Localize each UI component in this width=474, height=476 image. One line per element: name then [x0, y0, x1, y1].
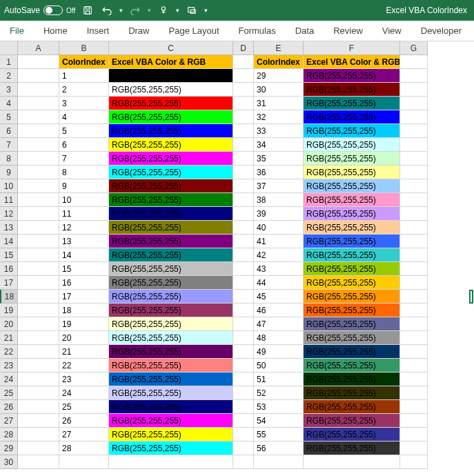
cell-d17[interactable] [233, 276, 254, 290]
cell-b28[interactable]: 27 [59, 428, 109, 442]
cell-e18[interactable]: 45 [254, 290, 304, 304]
cell-e29[interactable]: 56 [254, 442, 304, 455]
cell-d10[interactable] [233, 179, 254, 193]
cell-a10[interactable] [18, 179, 59, 193]
column-header-F[interactable]: F [304, 41, 400, 55]
cell-c25[interactable]: RGB(255,255,255) [109, 386, 233, 400]
cell-c26[interactable]: RGB(255,255,255) [109, 400, 233, 414]
chevron-down-icon[interactable]: ▾ [176, 7, 179, 14]
cell-f16[interactable]: RGB(255,255,255) [304, 262, 400, 276]
cell-f19[interactable]: RGB(255,255,255) [304, 304, 400, 317]
cell-c28[interactable]: RGB(255,255,255) [109, 428, 233, 442]
cell-b18[interactable]: 17 [59, 290, 109, 304]
cell-b22[interactable]: 21 [59, 345, 109, 359]
row-header-29[interactable]: 29 [0, 442, 18, 455]
cell-f13[interactable]: RGB(255,255,255) [304, 221, 400, 235]
cell-d22[interactable] [233, 345, 254, 359]
cell-a2[interactable] [18, 69, 59, 83]
ribbon-tab-page-layout[interactable]: Page Layout [159, 21, 229, 41]
redo-icon[interactable] [128, 3, 142, 17]
cell-g15[interactable] [400, 248, 428, 262]
cell-g9[interactable] [400, 166, 428, 179]
cell-f28[interactable]: RGB(255,255,255) [304, 428, 400, 442]
cell-f10[interactable]: RGB(255,255,255) [304, 179, 400, 193]
cell-c21[interactable]: RGB(255,255,255) [109, 331, 233, 345]
cell-a21[interactable] [18, 331, 59, 345]
cell-e2[interactable]: 29 [254, 69, 304, 83]
ribbon-tab-file[interactable]: File [0, 21, 34, 41]
cell-d18[interactable] [233, 290, 254, 304]
cell-e14[interactable]: 41 [254, 235, 304, 248]
row-header-15[interactable]: 15 [0, 248, 18, 262]
cell-b1[interactable]: ColorIndex [59, 55, 109, 69]
cell-f20[interactable]: RGB(255,255,255) [304, 317, 400, 331]
ribbon-tab-home[interactable]: Home [34, 21, 77, 41]
row-header-4[interactable]: 4 [0, 97, 18, 110]
row-header-10[interactable]: 10 [0, 179, 18, 193]
cell-d28[interactable] [233, 428, 254, 442]
cell-e16[interactable]: 43 [254, 262, 304, 276]
cell-a7[interactable] [18, 138, 59, 152]
cell-e13[interactable]: 40 [254, 221, 304, 235]
ribbon-tab-data[interactable]: Data [286, 21, 324, 41]
row-header-13[interactable]: 13 [0, 221, 18, 235]
cell-a13[interactable] [18, 221, 59, 235]
row-header-14[interactable]: 14 [0, 235, 18, 248]
cell-c8[interactable]: RGB(255,255,255) [109, 152, 233, 166]
cell-d4[interactable] [233, 97, 254, 110]
cell-a9[interactable] [18, 166, 59, 179]
undo-icon[interactable] [100, 3, 114, 17]
cell-e27[interactable]: 54 [254, 414, 304, 428]
row-header-12[interactable]: 12 [0, 207, 18, 221]
cell-g7[interactable] [400, 138, 428, 152]
cell-a19[interactable] [18, 304, 59, 317]
cell-d29[interactable] [233, 442, 254, 455]
ribbon-tab-review[interactable]: Review [324, 21, 373, 41]
column-header-A[interactable]: A [18, 41, 59, 55]
cell-g10[interactable] [400, 179, 428, 193]
column-header-C[interactable]: C [109, 41, 233, 55]
row-header-7[interactable]: 7 [0, 138, 18, 152]
cell-a23[interactable] [18, 359, 59, 373]
cell-d6[interactable] [233, 124, 254, 138]
cell-e20[interactable]: 47 [254, 317, 304, 331]
cell-a20[interactable] [18, 317, 59, 331]
cell-c14[interactable]: RGB(255,255,255) [109, 235, 233, 248]
cell-b12[interactable]: 11 [59, 207, 109, 221]
cell-g20[interactable] [400, 317, 428, 331]
cell-g29[interactable] [400, 442, 428, 455]
cell-b25[interactable]: 24 [59, 386, 109, 400]
row-header-5[interactable]: 5 [0, 110, 18, 124]
cell-e26[interactable]: 53 [254, 400, 304, 414]
cell-d3[interactable] [233, 83, 254, 97]
cell-c29[interactable]: RGB(255,255,255) [109, 442, 233, 455]
autosave-toggle[interactable]: AutoSave Off [4, 6, 75, 15]
cell-a26[interactable] [18, 400, 59, 414]
cell-f5[interactable]: RGB(255,255,255) [304, 110, 400, 124]
cell-d9[interactable] [233, 166, 254, 179]
cell-a5[interactable] [18, 110, 59, 124]
cell-d27[interactable] [233, 414, 254, 428]
cell-e9[interactable]: 36 [254, 166, 304, 179]
cell-b29[interactable]: 28 [59, 442, 109, 455]
cell-e8[interactable]: 35 [254, 152, 304, 166]
cell-g3[interactable] [400, 83, 428, 97]
cell-d1[interactable] [233, 55, 254, 69]
cell-a14[interactable] [18, 235, 59, 248]
cell-c18[interactable]: RGB(255,255,255) [109, 290, 233, 304]
chevron-down-icon[interactable]: ▾ [119, 7, 123, 14]
cell-b17[interactable]: 16 [59, 276, 109, 290]
row-header-2[interactable]: 2 [0, 69, 18, 83]
column-header-G[interactable]: G [400, 41, 428, 55]
cell-c20[interactable]: RGB(255,255,255) [109, 317, 233, 331]
cell-c22[interactable]: RGB(255,255,255) [109, 345, 233, 359]
cell-b4[interactable]: 3 [59, 97, 109, 110]
row-header-25[interactable]: 25 [0, 386, 18, 400]
cell-g21[interactable] [400, 331, 428, 345]
cell-b14[interactable]: 13 [59, 235, 109, 248]
row-header-17[interactable]: 17 [0, 276, 18, 290]
cell-f4[interactable]: RGB(255,255,255) [304, 97, 400, 110]
cell-g19[interactable] [400, 304, 428, 317]
ribbon-tab-insert[interactable]: Insert [77, 21, 119, 41]
cell-f3[interactable]: RGB(255,255,255) [304, 83, 400, 97]
